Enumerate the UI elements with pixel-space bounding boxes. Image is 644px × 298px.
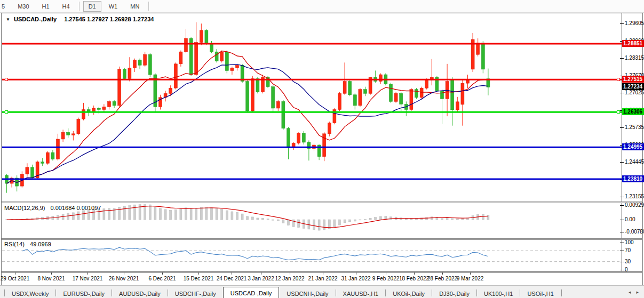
- date-label: 9 Mar 2022: [457, 276, 484, 281]
- y-axis-tick-dash: [620, 23, 624, 24]
- date-label: 24 Dec 2021: [217, 276, 247, 281]
- date-label: 21 Jan 2022: [308, 276, 337, 281]
- date-label: 3 Jan 2022: [248, 276, 274, 281]
- date-label: 18 Feb 2022: [399, 276, 429, 281]
- date-axis-tick: [414, 272, 415, 275]
- hline-drag-handle[interactable]: [5, 78, 8, 81]
- timeframe-button-w1[interactable]: W1: [104, 1, 123, 12]
- date-axis-tick: [124, 272, 124, 275]
- date-axis-tick: [51, 272, 52, 275]
- tab-eurusd-daily[interactable]: EURUSD-,Daily: [56, 288, 112, 298]
- hline-price-label: 1.27515: [622, 76, 644, 83]
- tab-scroll-left-icon[interactable]: ◂: [629, 289, 631, 295]
- macd-axis-dash: [620, 232, 624, 232]
- current-price-label: 1.27234: [622, 83, 644, 90]
- tab-separator: [561, 289, 562, 296]
- date-label: 29 Oct 2021: [1, 276, 29, 281]
- date-label: 8 Nov 2021: [37, 276, 65, 281]
- rsi-plot[interactable]: [2, 240, 622, 271]
- hline-price-label: 1.26306: [622, 108, 644, 115]
- date-axis-tick: [470, 272, 471, 275]
- hline-drag-handle[interactable]: [617, 110, 620, 114]
- tab-scroll-arrows: ◂▸: [629, 286, 644, 298]
- price-axis-border: [622, 13, 622, 272]
- date-axis-tick: [15, 272, 15, 275]
- rsi-axis-tick: 100: [625, 239, 643, 246]
- date-axis-tick: [442, 272, 443, 275]
- chart-ohlc-values: 1.27545 1.27927 1.26928 1.27234: [64, 16, 154, 22]
- date-axis-tick: [386, 272, 386, 275]
- date-label: 17 Nov 2021: [73, 276, 103, 281]
- hline-drag-handle[interactable]: [617, 78, 620, 81]
- rsi-axis-tick: 30: [625, 259, 643, 265]
- tab-usdcnh-daily[interactable]: USDCNH-,Daily: [280, 288, 335, 298]
- date-axis-tick: [198, 272, 199, 275]
- timeframe-button-5[interactable]: 5: [0, 1, 10, 12]
- y-axis-tick-dash: [620, 58, 624, 59]
- date-label: 9 Feb 2022: [372, 276, 400, 281]
- y-axis-tick-dash: [620, 162, 624, 163]
- tab-usdchf-daily[interactable]: USDCHF-,Daily: [168, 288, 223, 298]
- tab-uk100-h1[interactable]: UK100-,H1: [477, 288, 520, 298]
- tab-ukoil-daily[interactable]: UKOil-,Daily: [386, 288, 432, 298]
- tab-usdcad-daily[interactable]: USDCAD-,Daily: [223, 287, 280, 298]
- tab-scroll-right-icon[interactable]: ▸: [636, 289, 639, 295]
- toolbar-separator: [148, 2, 149, 11]
- rsi-axis-dash: [620, 243, 624, 243]
- rsi-value: 49.0969: [30, 241, 51, 247]
- date-axis-tick: [323, 272, 323, 275]
- timeframe-toolbar: 5M30H1H4D1W1MN: [0, 0, 644, 13]
- y-axis-tick: 1.27025: [625, 90, 643, 96]
- macd-values: 0.001684 0.001097: [51, 205, 101, 211]
- ma-fast: [7, 51, 488, 184]
- macd-axis-dash: [620, 205, 624, 206]
- y-axis-tick-dash: [620, 127, 624, 128]
- timeframe-button-h4[interactable]: H4: [57, 1, 75, 12]
- macd-label: MACD(12,26,9) 0.001684 0.001097: [4, 205, 101, 211]
- timeframe-button-h1[interactable]: H1: [37, 1, 55, 12]
- y-axis-tick: 1.29605: [625, 20, 643, 27]
- macd-axis-tick: -0.00780: [625, 229, 643, 235]
- date-label: 26 Nov 2021: [109, 276, 139, 281]
- trading-terminal: 5M30H1H4D1W1MN ▼ USDCAD-,Daily 1.27545 1…: [0, 0, 644, 298]
- timeframe-button-m30[interactable]: M30: [12, 1, 34, 12]
- date-label: 15 Dec 2021: [184, 276, 214, 281]
- symbol-dropdown-icon[interactable]: ▼: [6, 17, 10, 22]
- date-axis-tick: [356, 272, 356, 275]
- date-axis-tick: [162, 272, 163, 275]
- date-label: 28 Feb 2022: [427, 276, 457, 281]
- hline-drag-handle[interactable]: [5, 110, 8, 114]
- macd-axis-tick: 0.009293: [625, 202, 643, 208]
- tab-usoil-h1[interactable]: USOil-,H1: [520, 288, 561, 298]
- tab-audusd-daily[interactable]: AUDUSD-,Daily: [112, 288, 168, 298]
- tab-usdx-weekly[interactable]: USDX,Weekly: [5, 288, 55, 298]
- rsi-axis-dash: [620, 270, 624, 270]
- hline-price-label: 1.28851: [622, 40, 644, 47]
- rsi-axis-dash: [620, 251, 624, 251]
- y-axis-tick: 1.28315: [625, 55, 643, 61]
- date-axis-splitter: [2, 271, 642, 273]
- date-axis-tick: [261, 272, 261, 275]
- chart-tabbar: USDX,WeeklyEURUSD-,DailyAUDUSD-,DailyUSD…: [0, 285, 644, 298]
- date-axis-tick: [290, 272, 290, 275]
- rsi-axis-tick: 0: [625, 267, 643, 273]
- timeframe-button-d1[interactable]: D1: [83, 1, 101, 12]
- date-label: 6 Dec 2021: [148, 276, 176, 281]
- y-axis-tick: 1.23155: [625, 194, 643, 200]
- date-axis-tick: [88, 272, 88, 275]
- timeframe-button-mn[interactable]: MN: [125, 1, 145, 12]
- tab-xauusd-h1[interactable]: XAUUSD-,H1: [336, 288, 386, 298]
- macd-axis-dash: [620, 220, 624, 220]
- price-plot[interactable]: [2, 14, 622, 201]
- toolbar-separator: [79, 2, 79, 11]
- y-axis-tick-dash: [620, 197, 624, 197]
- macd-axis-tick: 0.00: [625, 216, 643, 223]
- date-axis-tick: [232, 272, 232, 275]
- hline-price-label: 1.24995: [622, 143, 644, 150]
- rsi-line: [22, 247, 488, 260]
- y-axis-tick: 1.24445: [625, 159, 643, 165]
- date-label: 12 Jan 2022: [275, 276, 304, 281]
- chart-title: ▼ USDCAD-,Daily 1.27545 1.27927 1.26928 …: [6, 16, 154, 22]
- tab-dj30-daily[interactable]: DJ30-,Daily: [432, 288, 476, 298]
- hline-price-label: 1.23810: [622, 175, 644, 182]
